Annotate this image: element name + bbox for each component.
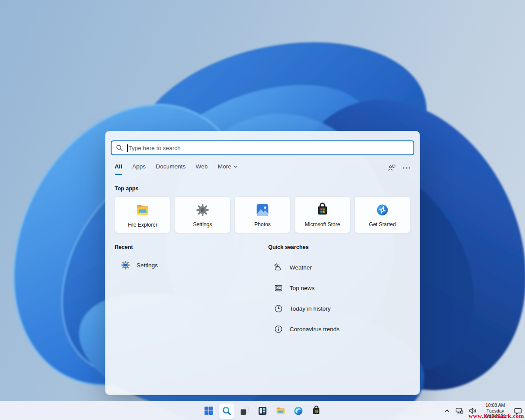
app-card-photos[interactable]: Photos [234, 196, 290, 233]
app-card-settings[interactable]: Settings [175, 196, 231, 233]
get-started-icon [375, 203, 390, 217]
newspaper-icon [273, 283, 284, 293]
taskbar: 10:08 AM Tuesday 6/15/2021 [0, 401, 525, 420]
recent-item-label: Settings [136, 262, 158, 269]
top-apps-title: Top apps [105, 186, 420, 192]
tray-chevron-up-icon[interactable] [444, 408, 450, 414]
windows-logo-icon [203, 406, 214, 416]
app-card-file-explorer[interactable]: File Explorer [115, 196, 171, 233]
desktop: Type here to search All Apps Documents W… [0, 0, 525, 420]
app-card-label: File Explorer [128, 222, 157, 228]
app-card-label: Get Started [369, 221, 396, 228]
task-view-button[interactable] [237, 403, 253, 419]
folder-icon [135, 202, 150, 218]
app-card-get-started[interactable]: Get Started [354, 196, 410, 233]
file-explorer-button[interactable] [273, 403, 289, 419]
gear-icon [120, 260, 131, 270]
store-bag-icon [315, 203, 330, 217]
edge-button[interactable] [290, 403, 307, 419]
search-flyout-panel: Type here to search All Apps Documents W… [105, 131, 420, 395]
start-button[interactable] [201, 403, 217, 419]
quick-search-today-in-history[interactable]: Today in history [268, 298, 410, 319]
search-icon [221, 406, 232, 416]
widgets-button[interactable] [255, 403, 271, 419]
quick-search-label: Coronavirus trends [290, 326, 340, 332]
recent-section: Recent [115, 244, 268, 340]
recent-item-settings[interactable]: Settings [115, 260, 268, 270]
store-bag-icon [311, 406, 322, 416]
quick-searches-section: Quick searches [268, 244, 410, 340]
photos-icon [255, 203, 270, 217]
sun-cloud-icon [273, 262, 284, 273]
tray-time: 10:08 AM [482, 402, 509, 408]
search-icon [116, 144, 123, 151]
more-options-icon[interactable] [402, 167, 410, 169]
tab-web[interactable]: Web [196, 163, 208, 175]
quick-search-top-news[interactable]: Top news [268, 278, 410, 298]
tab-all[interactable]: All [115, 163, 122, 175]
search-input[interactable]: Type here to search [111, 140, 414, 155]
quick-search-label: Top news [290, 285, 315, 291]
quick-search-label: Today in history [290, 305, 331, 312]
search-taskbar-button[interactable] [219, 403, 235, 419]
top-apps-grid: File Explorer [105, 196, 420, 233]
store-button[interactable] [308, 403, 325, 419]
quick-search-label: Weather [290, 264, 312, 271]
tab-more-label: More [218, 163, 231, 170]
app-card-label: Settings [193, 221, 212, 228]
folder-icon [275, 406, 286, 416]
quick-search-coronavirus-trends[interactable]: Coronavirus trends [268, 319, 410, 340]
clock-icon [273, 304, 284, 314]
app-card-label: Photos [254, 221, 270, 228]
quick-search-weather[interactable]: Weather [268, 257, 410, 278]
network-icon[interactable] [455, 407, 464, 415]
search-filter-tabs: All Apps Documents Web More [105, 163, 420, 176]
text-caret [127, 144, 128, 152]
gear-icon [195, 203, 210, 217]
info-icon [273, 324, 284, 334]
edge-icon [293, 406, 304, 416]
tab-apps[interactable]: Apps [132, 163, 146, 175]
tab-more[interactable]: More [218, 163, 238, 175]
widgets-icon [257, 406, 268, 416]
recent-title: Recent [115, 244, 268, 250]
task-view-icon [239, 406, 250, 416]
search-placeholder: Type here to search [129, 145, 181, 151]
app-card-microsoft-store[interactable]: Microsoft Store [294, 196, 350, 233]
tab-documents[interactable]: Documents [156, 163, 186, 175]
chevron-down-icon [233, 164, 238, 169]
quick-searches-title: Quick searches [268, 244, 410, 250]
watermark-text: www.lansework.com [469, 413, 524, 420]
account-feedback-icon[interactable] [388, 164, 396, 172]
app-card-label: Microsoft Store [305, 221, 340, 228]
